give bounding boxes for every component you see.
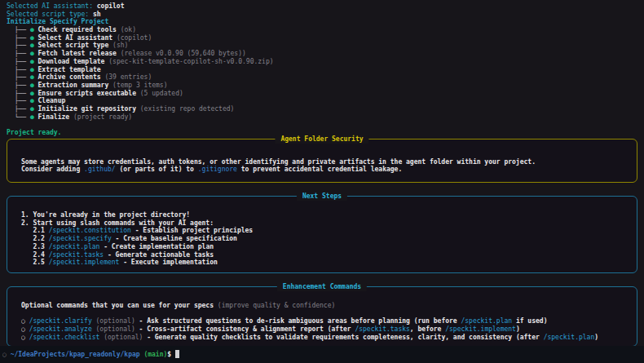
text-segment: Ensure scripts executable	[38, 90, 136, 97]
terminal-line: ├── ● Extraction summary (temp 3 items)	[7, 82, 637, 90]
working-directory-path: ~/IdeaProjects/kpap_readonly/kpap	[11, 351, 140, 358]
text-segment: ├──	[7, 97, 30, 104]
panel-title: Enhancement Commands	[277, 283, 367, 291]
text-segment: Select AI assistant	[38, 34, 113, 42]
text-segment: 2.4	[21, 251, 49, 259]
text-segment: 2.2	[21, 235, 49, 242]
status-bullet-icon: ●	[30, 26, 38, 33]
panel-next-steps: Next Steps1. You're already in the proje…	[7, 196, 637, 273]
shell-prompt: ○ ~/IdeaProjects/kpap_readonly/kpap (mai…	[2, 350, 644, 359]
startup-output: Selected AI assistant: copilotSelected s…	[7, 2, 637, 137]
text-segment: )	[516, 325, 520, 333]
text-segment: Initialize Specify Project	[7, 18, 108, 25]
terminal-line: 2.4 /speckit.tasks - Generate actionable…	[21, 251, 625, 259]
terminal-line: └── ● Finalize (project ready)	[7, 113, 637, 122]
terminal: Selected AI assistant: copilotSelected s…	[0, 0, 644, 347]
text-segment: Selected script type:	[7, 11, 93, 18]
terminal-line: ├── ● Select script type (sh)	[7, 42, 637, 50]
text-segment: )	[594, 334, 598, 341]
terminal-line: ├── ● Extract template	[7, 66, 637, 74]
text-segment: Initialize git repository	[38, 105, 136, 113]
text-segment: ├──	[7, 26, 30, 33]
text-segment: - Generate actionable tasks	[104, 251, 214, 259]
text-segment: (optional)	[104, 334, 143, 341]
text-segment: /speckit.plan	[461, 317, 512, 325]
text-segment: Selected AI assistant:	[7, 2, 97, 10]
terminal-line: 2.5 /speckit.implement - Execute impleme…	[21, 259, 625, 267]
text-segment: ├──	[7, 58, 30, 65]
text-segment: - Execute implementation	[119, 259, 217, 266]
text-segment: - Generate quality checklists to validat…	[143, 334, 543, 341]
terminal-line: ├── ● Cleanup	[7, 97, 637, 105]
text-segment: if used)	[512, 317, 547, 325]
text-segment: (improve quality & confidence)	[218, 302, 336, 309]
text-segment: Some agents may store credentials, auth …	[21, 158, 536, 166]
text-segment: /speckit.specify	[49, 235, 112, 242]
text-segment: /speckit.plan	[49, 243, 100, 250]
terminal-line: ○ /speckit.analyze (optional) - Cross-ar…	[21, 325, 625, 334]
text-segment: Extraction summary	[38, 82, 109, 89]
circle-bullet-icon: ○	[21, 334, 29, 341]
terminal-line: Optional commands that you can use for y…	[21, 302, 625, 310]
status-bullet-icon: ●	[30, 113, 38, 121]
circle-bullet-icon: ○	[21, 325, 29, 333]
text-segment: , before	[410, 325, 445, 333]
panel-agent-folder-security: Agent Folder SecuritySome agents may sto…	[7, 139, 637, 183]
text-segment: ├──	[7, 34, 30, 42]
text-segment: ├──	[7, 90, 30, 97]
status-bullet-icon: ●	[30, 90, 38, 97]
prompt-line[interactable]: ○ ~/IdeaProjects/kpap_readonly/kpap (mai…	[0, 346, 644, 363]
text-segment: 2.5	[21, 259, 49, 266]
terminal-line: ├── ● Check required tools (ok)	[7, 26, 637, 34]
status-bullet-icon: ●	[30, 34, 38, 42]
text-segment: ├──	[7, 66, 30, 73]
text-segment: (temp 3 items)	[108, 82, 167, 89]
text-segment: /speckit.implement	[49, 259, 120, 266]
text-segment: (optional)	[96, 325, 135, 333]
text-segment: └──	[7, 113, 30, 121]
text-segment: sh	[93, 11, 101, 18]
text-segment: Select script type	[38, 42, 109, 49]
text-segment: (existing repo detected)	[136, 105, 234, 113]
text-segment: 2. Start using slash commands with your …	[21, 219, 214, 227]
terminal-line: ○ /speckit.checklist (optional) - Genera…	[21, 334, 625, 342]
text-segment: to prevent accidental credential leakage…	[237, 166, 402, 173]
text-segment: Finalize	[38, 113, 70, 121]
text-segment: Check required tools	[38, 26, 117, 33]
text-segment: Download template	[38, 58, 105, 65]
terminal-line: 2.3 /speckit.plan - Create implementatio…	[21, 243, 625, 251]
status-bullet-icon: ●	[30, 50, 38, 57]
terminal-line: 2. Start using slash commands with your …	[21, 219, 625, 228]
text-segment: 1. You're already in the project directo…	[21, 211, 190, 219]
text-segment: ├──	[7, 42, 30, 49]
terminal-line: Selected AI assistant: copilot	[7, 2, 637, 11]
text-segment: Archive contents	[38, 73, 101, 81]
prompt-marker-icon: ○	[2, 351, 11, 358]
terminal-line: ├── ● Archive contents (39 entries)	[7, 73, 637, 82]
panel-title: Agent Folder Security	[275, 135, 368, 144]
circle-bullet-icon: ○	[21, 317, 29, 325]
text-segment: (5 updated)	[136, 90, 183, 97]
terminal-line	[7, 121, 637, 129]
status-bullet-icon: ●	[30, 42, 38, 49]
text-segment: (39 entries)	[101, 73, 152, 81]
text-segment: ├──	[7, 105, 30, 113]
terminal-line: ├── ● Ensure scripts executable (5 updat…	[7, 90, 637, 98]
terminal-line: ├── ● Select AI assistant (copilot)	[7, 34, 637, 42]
text-segment: (ok)	[117, 26, 136, 33]
text-segment: /speckit.plan	[544, 334, 595, 341]
text-segment: ├──	[7, 73, 30, 81]
text-segment: Optional commands that you can use for y…	[21, 302, 218, 309]
text-segment: 2.1	[21, 227, 49, 234]
text-segment: (spec-kit-template-copilot-sh-v0.0.90.zi…	[104, 58, 273, 65]
status-bullet-icon: ●	[30, 58, 38, 65]
text-segment: Cleanup	[38, 97, 66, 104]
text-segment: /speckit.tasks	[355, 325, 409, 333]
text-segment: (project ready)	[69, 113, 132, 121]
text-segment: - Cross-artifact consistency & alignment…	[135, 325, 355, 333]
text-segment: - Create implementation plan	[99, 243, 214, 250]
text-segment: Fetch latest release	[38, 50, 117, 57]
terminal-line: 1. You're already in the project directo…	[21, 211, 625, 219]
text-segment: .github/	[84, 166, 116, 173]
text-segment: .gitignore	[198, 166, 237, 173]
